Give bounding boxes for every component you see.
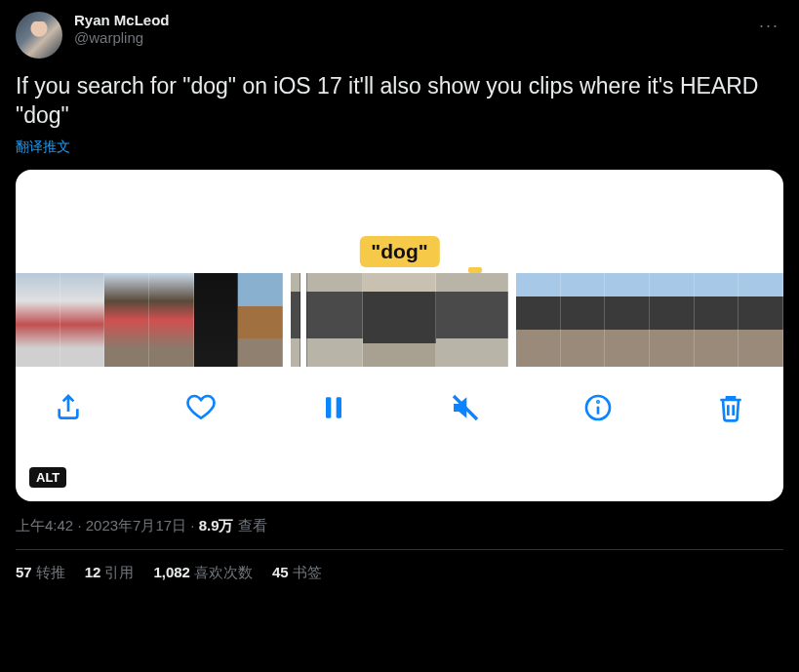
svg-point-4 <box>598 401 599 402</box>
share-icon <box>53 392 84 423</box>
clip-group-3[interactable] <box>516 273 783 367</box>
pause-button[interactable] <box>316 390 351 425</box>
clip-thumb[interactable] <box>561 273 606 367</box>
clip-thumb[interactable] <box>16 273 60 367</box>
speaker-muted-icon <box>450 392 481 423</box>
tweet-stats: 57转推 12引用 1,082喜欢次数 45书签 <box>16 550 783 582</box>
clip-thumb[interactable] <box>60 273 105 367</box>
views-label: 查看 <box>238 517 267 534</box>
clip-thumb[interactable] <box>194 273 239 367</box>
media-controls <box>16 367 783 449</box>
trash-icon <box>715 392 746 423</box>
clip-thumb[interactable] <box>739 273 783 367</box>
tweet-meta: 上午4:42 · 2023年7月17日 · 8.9万 查看 <box>16 517 783 535</box>
svg-rect-1 <box>336 397 340 417</box>
info-icon <box>582 392 614 423</box>
tweet-time[interactable]: 上午4:42 <box>16 517 73 534</box>
clip-gap <box>283 273 291 367</box>
tweet-date[interactable]: 2023年7月17日 <box>86 517 186 534</box>
clip-thumb[interactable] <box>149 273 194 367</box>
stat-quotes[interactable]: 12引用 <box>85 564 135 582</box>
translate-link[interactable]: 翻译推文 <box>16 138 783 156</box>
media-card[interactable]: "dog" <box>16 170 783 501</box>
avatar[interactable] <box>16 12 62 59</box>
user-block[interactable]: Ryan McLeod @warpling <box>74 12 170 47</box>
clip-thumb[interactable] <box>238 273 283 367</box>
pause-icon <box>318 392 349 423</box>
stat-retweets[interactable]: 57转推 <box>16 564 65 582</box>
clip-thumb[interactable] <box>516 273 561 367</box>
info-button[interactable] <box>580 390 616 425</box>
clip-thumb[interactable] <box>605 273 650 367</box>
tweet-container: Ryan McLeod @warpling ··· If you search … <box>0 0 799 582</box>
more-button[interactable]: ··· <box>755 12 783 40</box>
handle: @warpling <box>74 29 170 47</box>
stat-likes[interactable]: 1,082喜欢次数 <box>153 564 253 582</box>
alt-badge[interactable]: ALT <box>29 467 66 488</box>
tweet-text: If you search for "dog" on iOS 17 it'll … <box>16 72 783 131</box>
svg-rect-0 <box>326 397 331 417</box>
views-count[interactable]: 8.9万 <box>199 517 234 534</box>
tweet-header: Ryan McLeod @warpling ··· <box>16 12 783 59</box>
stat-bookmarks[interactable]: 45书签 <box>272 564 322 582</box>
delete-button[interactable] <box>713 390 748 425</box>
display-name: Ryan McLeod <box>74 12 170 29</box>
clip-thumb[interactable] <box>104 273 149 367</box>
clip-thumb[interactable] <box>436 273 508 367</box>
search-term-badge: "dog" <box>359 236 439 267</box>
clip-group-1[interactable] <box>16 273 283 367</box>
mute-button[interactable] <box>448 390 483 425</box>
heart-icon <box>185 392 217 423</box>
share-button[interactable] <box>51 390 86 425</box>
clip-thumb[interactable] <box>650 273 695 367</box>
clip-thumb[interactable] <box>695 273 739 367</box>
clip-gap <box>508 273 516 367</box>
playhead[interactable] <box>300 273 306 367</box>
clip-thumb[interactable] <box>363 273 435 367</box>
video-timeline[interactable] <box>16 273 783 367</box>
like-button[interactable] <box>183 390 219 425</box>
media-top: "dog" <box>16 170 783 273</box>
clip-group-2[interactable] <box>291 273 508 367</box>
